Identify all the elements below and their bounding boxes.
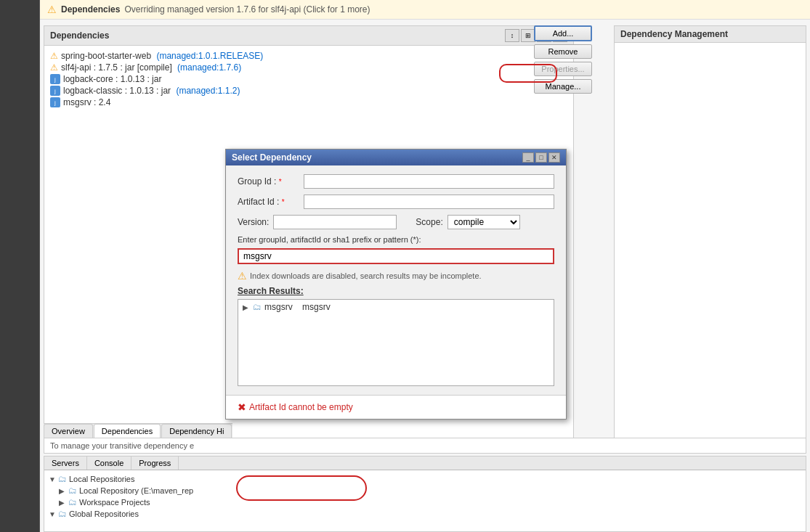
search-hint: Enter groupId, artifactId or sha1 prefix… — [238, 235, 554, 244]
version-input[interactable] — [273, 215, 397, 229]
result-name-msgsrv: msgsrv msgsrv — [264, 302, 331, 312]
add-btn-annotation — [499, 64, 557, 83]
artifact-id-label: Artifact Id : * — [238, 197, 299, 207]
scope-label: Scope: — [416, 217, 442, 227]
modal-error: ✖ Artifact Id cannot be empty — [226, 395, 566, 419]
modal-form: Group Id : * Artifact Id : * Version: Sc… — [226, 165, 566, 395]
result-annotation — [236, 475, 367, 501]
modal-restore-btn[interactable]: □ — [535, 152, 547, 163]
error-message: Artifact Id cannot be empty — [249, 402, 353, 412]
version-scope-row: Version: Scope: compile provided runtime… — [238, 215, 554, 229]
search-results-label: Search Results: — [238, 286, 554, 296]
modal-title: Select Dependency — [232, 152, 312, 163]
result-expand-icon[interactable]: ▶ — [243, 303, 250, 311]
select-dependency-dialog: Select Dependency _ □ ✕ Group Id : * Art… — [225, 149, 567, 420]
index-warning: ⚠ Index downloads are disabled, search r… — [238, 270, 554, 282]
search-results-box[interactable]: ▶ 🗂 msgsrv msgsrv — [238, 299, 554, 386]
artifact-id-required: * — [282, 198, 285, 206]
modal-minimize-btn[interactable]: _ — [522, 152, 534, 163]
index-warning-text: Index downloads are disabled, search res… — [250, 271, 482, 280]
group-id-input[interactable] — [304, 174, 554, 189]
group-id-label: Group Id : * — [238, 176, 299, 187]
version-label: Version: — [238, 217, 269, 227]
artifact-id-input[interactable] — [304, 195, 554, 209]
artifact-id-row: Artifact Id : * — [238, 195, 554, 209]
group-id-required: * — [279, 178, 282, 186]
index-warn-icon: ⚠ — [238, 270, 247, 282]
search-input[interactable] — [238, 248, 554, 264]
result-folder-icon: 🗂 — [253, 302, 262, 312]
modal-overlay: Select Dependency _ □ ✕ Group Id : * Art… — [0, 0, 810, 532]
modal-close-btn[interactable]: ✕ — [548, 152, 560, 163]
modal-titlebar: Select Dependency _ □ ✕ — [226, 150, 566, 165]
result-item-msgsrv[interactable]: ▶ 🗂 msgsrv msgsrv — [238, 300, 554, 314]
group-id-row: Group Id : * — [238, 174, 554, 189]
error-icon: ✖ — [238, 401, 246, 413]
search-input-container — [238, 248, 554, 264]
scope-select[interactable]: compile provided runtime test system — [447, 215, 520, 229]
modal-titlebar-buttons: _ □ ✕ — [522, 152, 560, 163]
